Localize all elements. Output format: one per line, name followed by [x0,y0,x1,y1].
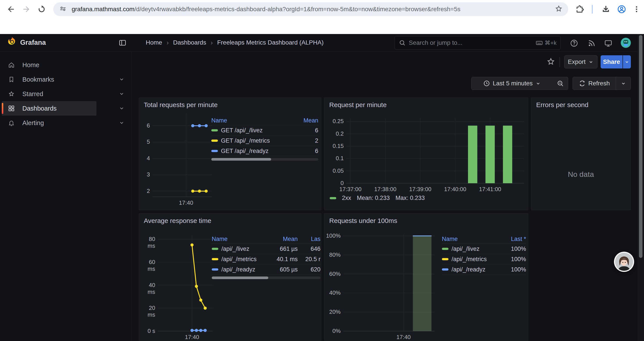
legend-scrollbar-thumb[interactable] [212,276,268,279]
search-bar[interactable]: ⌘+k [394,36,561,50]
legend-header-name[interactable]: Name [442,236,498,242]
news-button[interactable] [588,39,596,48]
series-max: Max: 0.233 [396,195,425,201]
back-button[interactable] [5,3,17,15]
share-button[interactable]: Share [600,55,622,69]
panel-collapse-icon [118,39,127,47]
help-button[interactable] [570,39,578,48]
legend-header-col[interactable]: Last * [498,236,526,242]
sidebar-item-starred[interactable]: Starred [2,87,128,101]
site-settings-icon[interactable] [59,5,67,14]
panel-request-per-minute[interactable]: Request per minute 0.250.20.150.10.05017… [324,97,528,210]
chart-average-response-time[interactable]: 80 ms60 ms40 ms20 ms0 s17:40 [142,233,214,341]
time-range-picker[interactable]: Last 5 minutes [471,77,553,90]
legend-row[interactable]: /api/_/metrics100% [442,254,526,264]
legend-row[interactable]: GET /api/_/livez6 [211,125,318,136]
series-name: GET /api/_/metrics [211,137,292,144]
grafana-logo[interactable] [6,36,18,48]
panel-title[interactable]: Request per minute [329,101,387,109]
extensions-button[interactable] [574,3,586,15]
url-bar[interactable]: grafana.mathmast.com/d/deytv4rwavabkb/fr… [53,3,568,16]
screen-button[interactable] [604,39,612,48]
bar [486,126,495,183]
panel-total-requests-per-minute[interactable]: Total requests per minute 6543217:40 Nam… [139,97,321,210]
breadcrumb-dashboards[interactable]: Dashboards [173,39,206,46]
chart-request-per-minute[interactable]: 0.250.20.150.10.05017:37:0017:38:0017:39… [326,117,526,195]
sidebar-expand-chevron[interactable] [118,119,126,126]
no-data-message: No data [531,170,630,179]
floating-assistant-avatar[interactable] [614,252,634,272]
chart-total-requests[interactable]: 6543217:40 [142,111,214,206]
bookmark-star-icon[interactable] [554,5,563,14]
data-point [205,190,208,193]
panel-requests-under-100ms[interactable]: Requests under 100ms 100%80%60%40%20%0%1… [324,213,528,341]
downloads-button[interactable] [600,3,612,15]
legend-scrollbar[interactable] [211,158,318,161]
chart-requests-under-100ms[interactable]: 100%80%60%40%20%0%17:40 [326,233,436,341]
legend-row[interactable]: /api/_/readyz605 µs620 [212,264,320,275]
series-name: 2xx [342,195,351,201]
sidebar-expand-chevron[interactable] [118,105,126,112]
zoom-out-button[interactable] [552,77,568,90]
forward-button[interactable] [20,3,32,15]
browser-menu-button[interactable] [630,3,643,15]
legend-header-col[interactable]: Mean [265,236,298,242]
page-scrollbar[interactable] [638,34,644,341]
bar [468,126,477,183]
chevron-down-icon [535,81,541,86]
search-shortcut: ⌘+k [536,39,556,47]
legend-scrollbar-thumb[interactable] [211,158,271,161]
sidebar-item-dashboards[interactable]: Dashboards [2,101,96,116]
panel-title[interactable]: Requests under 100ms [329,217,397,224]
legend-row[interactable]: /api/_/metrics40.1 ms20.5 r [212,254,320,264]
panel-title[interactable]: Errors per second [536,101,588,109]
breadcrumb-home[interactable]: Home [146,39,162,46]
breadcrumb-current: Freeleaps Metrics Dashboard (ALPHA) [217,39,324,46]
sidebar-collapse-button[interactable] [118,39,127,48]
favorite-dashboard-button[interactable] [546,57,556,67]
sidebar-item-bookmarks[interactable]: Bookmarks [2,72,128,87]
search-input[interactable] [409,39,532,46]
legend-header-name[interactable]: Name [211,117,292,124]
chart-plot[interactable] [326,233,436,341]
data-point [190,243,194,246]
legend-scrollbar[interactable] [212,276,320,279]
legend-header-name[interactable]: Name [212,236,265,242]
panel-title[interactable]: Average response time [144,217,211,224]
sidebar-item-home[interactable]: Home [2,58,128,72]
share-menu-button[interactable] [623,55,631,69]
panel-average-response-time[interactable]: Average response time 80 ms60 ms40 ms20 … [139,213,321,341]
series-pill [442,268,448,270]
data-point [205,124,208,127]
refresh-button[interactable]: Refresh [572,77,616,90]
reload-button[interactable] [36,3,48,15]
back-icon [6,5,15,14]
legend-header-col[interactable]: Mean [292,117,318,124]
avatar-image [621,38,631,48]
panel-errors-per-second[interactable]: Errors per second No data [531,97,631,210]
legend-inline[interactable]: 2xx Mean: 0.233 Max: 0.233 [330,195,425,201]
sidebar-item-label: Alerting [22,119,44,127]
chart-plot[interactable] [142,111,214,206]
export-button[interactable]: Export [564,55,598,69]
panel-title[interactable]: Total requests per minute [144,101,218,109]
toolbar-separator [560,57,560,67]
legend-row[interactable]: GET /api/_/readyz6 [211,146,318,156]
legend-row[interactable]: GET /api/_/metrics2 [211,136,318,146]
legend-row[interactable]: /api/_/livez100% [442,244,526,254]
chart-plot[interactable] [326,117,526,195]
profile-button[interactable] [616,3,628,15]
grafana-brand[interactable]: Grafana [20,39,46,47]
user-avatar[interactable] [621,38,631,49]
chart-plot[interactable] [142,233,214,341]
series-pill [211,150,218,152]
sidebar-expand-chevron[interactable] [118,90,126,97]
legend-header-col[interactable]: Las [298,236,320,242]
refresh-interval-button[interactable] [616,77,631,90]
legend-row[interactable]: /api/_/readyz100% [442,264,526,275]
legend-row[interactable]: /api/_/livez661 µs646 [212,244,320,254]
scrollbar-thumb[interactable] [639,35,642,258]
clock-icon [483,80,490,87]
sidebar-expand-chevron[interactable] [118,76,126,83]
sidebar-item-alerting[interactable]: Alerting [2,116,128,130]
